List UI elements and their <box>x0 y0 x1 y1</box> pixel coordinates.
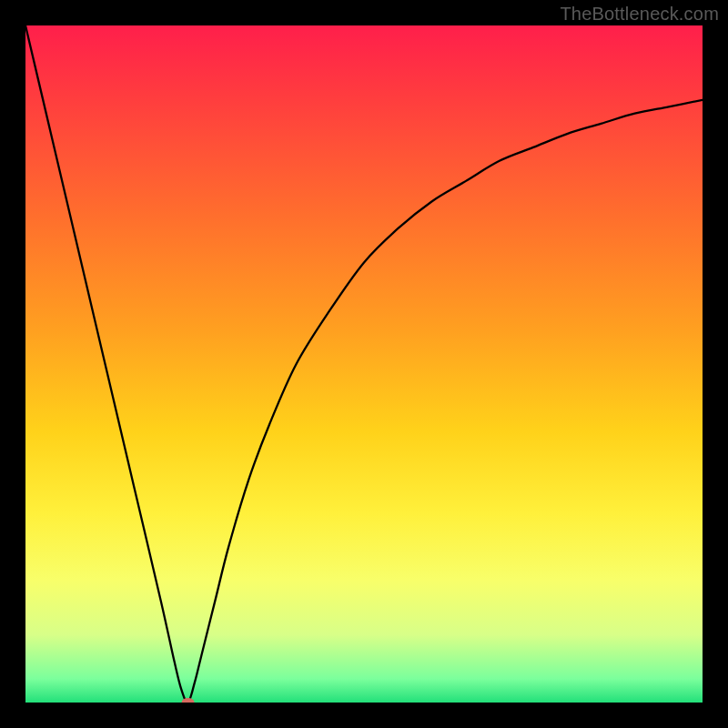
gradient-background <box>25 25 703 703</box>
plot-area <box>25 25 703 703</box>
chart-frame: TheBottleneck.com <box>0 0 728 728</box>
chart-svg <box>25 25 703 703</box>
watermark-label: TheBottleneck.com <box>560 4 719 25</box>
